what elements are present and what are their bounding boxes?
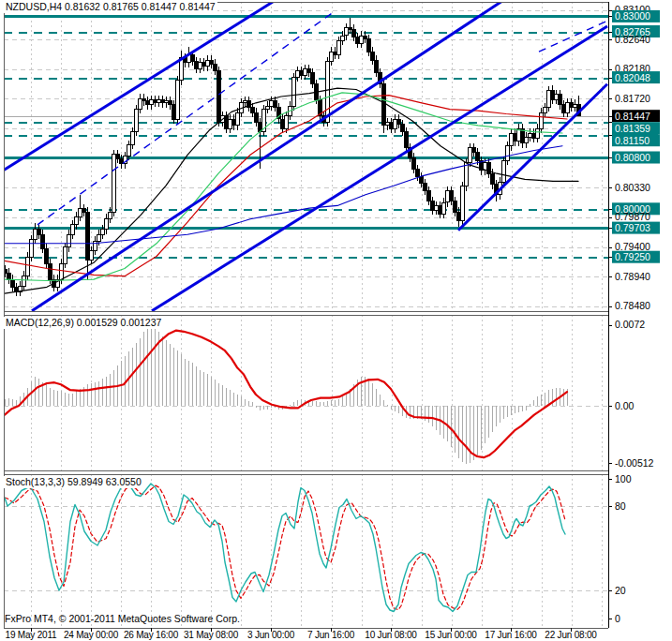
candle	[326, 61, 330, 122]
stoch-axis-label: 100	[615, 473, 632, 484]
candle	[154, 99, 157, 102]
candle	[341, 36, 345, 41]
candle	[304, 69, 307, 76]
price-grid-label: 0.78940	[615, 271, 650, 282]
candle	[345, 28, 349, 36]
price-axis-label: 0.79250	[608, 251, 660, 263]
level-price-label: 0.82048	[615, 72, 650, 83]
candle	[300, 71, 304, 76]
time-axis-label: 3 Jun 00:00	[247, 630, 295, 640]
candle	[97, 234, 101, 241]
price-axis-label: 0.79870	[608, 211, 650, 222]
candle	[427, 191, 431, 201]
candle	[431, 201, 435, 211]
candle	[439, 205, 442, 214]
candle	[555, 95, 559, 100]
candle	[285, 116, 289, 129]
candle	[105, 218, 109, 230]
candle	[34, 230, 37, 240]
candle	[405, 132, 409, 148]
candle	[457, 212, 461, 220]
level-price-label: 0.83000	[615, 10, 650, 22]
candle	[139, 98, 142, 110]
candle	[60, 263, 64, 279]
candle	[469, 148, 472, 163]
candle	[360, 36, 364, 43]
price-grid-label: 0.82640	[615, 34, 650, 45]
candle	[172, 105, 176, 119]
price-axis-label: 0.81720	[608, 93, 650, 104]
price-axis-label: 0.81359	[608, 122, 660, 134]
candle	[375, 60, 379, 73]
candle	[472, 148, 476, 153]
time-axis-label: 31 May 08:00	[184, 630, 239, 640]
level-price-label: 0.80800	[615, 152, 650, 163]
level-price-label: 0.79703	[615, 222, 650, 233]
candle	[547, 90, 551, 108]
price-axis-label: 0.82048	[608, 71, 660, 83]
price-axis-label: 0.80330	[608, 182, 650, 193]
candle	[311, 73, 315, 84]
candle	[401, 124, 405, 131]
candle	[371, 52, 375, 60]
candle	[330, 52, 334, 61]
price-grid-label: 0.79870	[615, 211, 650, 222]
candle	[229, 119, 232, 128]
candle	[176, 81, 180, 119]
macd-axis-label: 0.00	[615, 400, 635, 411]
candle	[536, 128, 540, 138]
mt4-chart-window: 0.831000.830000.827650.826400.821800.820…	[0, 0, 672, 641]
macd-indicator-label: MACD(12,26,9) 0.001529 0.001237	[4, 317, 163, 329]
time-axis-label: 7 Jun 16:00	[307, 630, 355, 640]
candle	[90, 250, 94, 260]
candle	[525, 137, 529, 143]
candle	[544, 108, 547, 113]
candle	[71, 225, 75, 234]
candle	[79, 209, 82, 216]
candle	[442, 202, 446, 214]
candle	[476, 153, 480, 161]
price-grid-label: 0.81720	[615, 93, 650, 104]
candle	[82, 209, 86, 212]
level-price-label: 0.79250	[615, 251, 650, 262]
candle	[266, 106, 270, 109]
candle	[26, 257, 30, 276]
candle	[214, 64, 217, 71]
price-axis-label: 0.78940	[608, 271, 650, 282]
level-price-label: 0.81150	[615, 135, 650, 146]
candle	[11, 279, 15, 287]
candle	[274, 101, 277, 108]
candle	[416, 169, 420, 176]
candle	[236, 112, 240, 126]
candle	[296, 71, 300, 78]
price-axis-label: 0.81447	[608, 110, 660, 122]
level-price-label: 0.81359	[615, 123, 650, 134]
price-axis-label: 0.83000	[608, 10, 660, 22]
candle	[109, 212, 112, 218]
candle	[356, 37, 360, 43]
candle	[367, 38, 371, 52]
candle	[270, 101, 274, 107]
candle	[281, 119, 285, 128]
candle	[64, 247, 67, 263]
candle	[217, 71, 221, 123]
candle	[146, 101, 150, 105]
price-axis-label: 0.82640	[608, 34, 650, 45]
time-axis-label: 15 Jun 00:00	[425, 630, 477, 640]
price-axis-label: 0.80800	[608, 152, 660, 164]
candle	[41, 234, 45, 248]
candle	[529, 133, 532, 137]
candle	[195, 61, 199, 68]
candle	[491, 173, 495, 185]
candle	[352, 29, 356, 37]
candle	[390, 122, 394, 128]
candle	[435, 205, 439, 210]
candle	[386, 122, 390, 125]
candle	[127, 144, 131, 156]
candle	[574, 104, 577, 107]
candle	[562, 105, 566, 112]
macd-axis-label: -0.00512	[615, 457, 654, 469]
candle	[502, 161, 506, 183]
candle	[506, 146, 510, 161]
candle	[540, 112, 544, 128]
